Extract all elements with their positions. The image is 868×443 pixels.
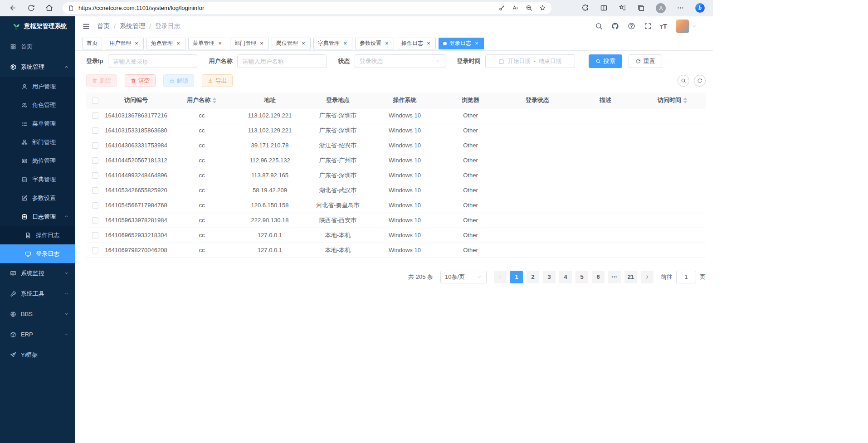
table-row[interactable]: 1641044520567181312 cc 112.96.225.132 广东… — [86, 153, 706, 168]
tab[interactable]: 用户管理 × — [105, 38, 144, 49]
column-header[interactable]: 访问时间 — [639, 92, 706, 108]
fullscreen-icon[interactable] — [644, 22, 652, 30]
tab[interactable]: 登录日志 × — [439, 38, 484, 49]
page-button[interactable]: 3 — [543, 271, 556, 283]
page-button[interactable]: 21 — [624, 271, 637, 283]
row-checkbox[interactable] — [92, 172, 98, 179]
search-button[interactable]: 搜索 — [589, 54, 622, 68]
clear-button[interactable]: 清空 — [125, 74, 156, 87]
collections-icon[interactable] — [637, 4, 645, 12]
page-button[interactable]: 1 — [510, 271, 523, 283]
font-size-icon[interactable]: TT — [660, 22, 667, 30]
tab-close-icon[interactable]: × — [134, 40, 139, 46]
sidebar-item[interactable]: ERP — [0, 324, 75, 345]
sidebar-item[interactable]: 操作日志 — [0, 226, 75, 244]
settings-menu-icon[interactable] — [677, 4, 684, 12]
row-checkbox[interactable] — [92, 247, 98, 253]
tab[interactable]: 部门管理 × — [230, 38, 269, 49]
page-jump-input[interactable] — [676, 271, 696, 283]
row-checkbox[interactable] — [92, 142, 98, 149]
tab[interactable]: 菜单管理 × — [188, 38, 227, 49]
tab-close-icon[interactable]: × — [384, 40, 390, 46]
tab[interactable]: 操作日志 × — [397, 38, 436, 49]
split-screen-icon[interactable] — [600, 4, 608, 12]
sidebar-item[interactable]: 部门管理 — [0, 133, 75, 151]
status-select[interactable]: 登录状态 — [355, 54, 445, 68]
column-header[interactable]: 用户名称 — [168, 92, 236, 108]
tab-close-icon[interactable]: × — [426, 40, 431, 46]
table-row[interactable]: 1641054566717984768 cc 120.6.150.158 河北省… — [86, 198, 706, 213]
sidebar-item[interactable]: Yi框架 — [0, 345, 75, 365]
delete-button[interactable]: 删除 — [86, 74, 117, 87]
favorites-bar-icon[interactable] — [619, 4, 626, 12]
address-bar[interactable]: https://ccnetcore.com:1101/system/log/lo… — [63, 2, 551, 14]
sidebar-item[interactable]: 字典管理 — [0, 170, 75, 189]
row-checkbox[interactable] — [92, 157, 98, 164]
page-button[interactable]: 6 — [592, 271, 605, 283]
help-icon[interactable] — [628, 22, 635, 30]
sidebar-item[interactable]: 系统监控 — [0, 263, 75, 283]
sidebar-item[interactable]: 岗位管理 — [0, 151, 75, 170]
page-button[interactable]: 2 — [527, 271, 539, 283]
breadcrumb-system[interactable]: 系统管理 — [120, 22, 145, 30]
sidebar-item[interactable]: 系统管理 — [0, 57, 75, 77]
password-key-icon[interactable] — [498, 5, 505, 11]
sidebar-item[interactable]: 系统工具 — [0, 283, 75, 304]
select-all-checkbox[interactable] — [92, 97, 98, 104]
table-row[interactable]: 1641069652933218304 cc 127.0.0.1 本地-本机 W… — [86, 228, 706, 243]
tab-close-icon[interactable]: × — [342, 40, 348, 46]
page-size-select[interactable]: 10条/页 — [440, 271, 487, 283]
home-button[interactable] — [40, 1, 58, 15]
page-button[interactable]: 4 — [559, 271, 572, 283]
table-row[interactable]: 1641059633978281984 cc 222.90.130.18 陕西省… — [86, 213, 706, 228]
row-checkbox[interactable] — [92, 232, 98, 239]
sidebar-item[interactable]: BBS — [0, 304, 75, 324]
sidebar-toggle-icon[interactable] — [82, 22, 90, 30]
toggle-search-button[interactable] — [678, 75, 689, 87]
export-button[interactable]: 导出 — [202, 74, 233, 87]
tab[interactable]: 字典管理 × — [313, 38, 352, 49]
sidebar-item[interactable]: 日志管理 — [0, 207, 75, 226]
reset-button[interactable]: 重置 — [629, 54, 662, 68]
tab-close-icon[interactable]: × — [474, 40, 479, 46]
browser-profile-icon[interactable] — [656, 3, 666, 13]
row-checkbox[interactable] — [92, 217, 98, 224]
favorites-icon[interactable] — [539, 5, 546, 11]
sidebar-item[interactable]: 参数设置 — [0, 189, 75, 207]
next-page-button[interactable] — [641, 271, 653, 283]
user-menu[interactable] — [676, 19, 697, 33]
tab-close-icon[interactable]: × — [259, 40, 264, 46]
page-button[interactable]: ••• — [608, 271, 621, 283]
tab[interactable]: 岗位管理 × — [272, 38, 311, 49]
table-row[interactable]: 1641043063331753984 cc 39.171.210.78 浙江省… — [86, 138, 706, 153]
breadcrumb-home[interactable]: 首页 — [97, 22, 110, 30]
back-button[interactable] — [4, 1, 22, 15]
tab-close-icon[interactable]: × — [301, 40, 306, 46]
table-row[interactable]: 1641031367863177216 cc 113.102.129.221 广… — [86, 108, 706, 123]
table-row[interactable]: 1641031533185863680 cc 113.102.129.221 广… — [86, 123, 706, 138]
zoom-out-icon[interactable] — [526, 5, 532, 11]
tab[interactable]: 参数设置 × — [355, 38, 394, 49]
sidebar-item[interactable]: 首页 — [0, 36, 75, 57]
search-icon[interactable] — [595, 22, 603, 30]
sidebar-item[interactable]: 菜单管理 — [0, 114, 75, 133]
refresh-table-button[interactable] — [694, 75, 706, 87]
tab[interactable]: 首页 × — [82, 38, 102, 49]
login-ip-input[interactable] — [108, 54, 197, 68]
prev-page-button[interactable] — [494, 271, 507, 283]
refresh-button[interactable] — [22, 1, 40, 15]
unlock-button[interactable]: 解锁 — [163, 74, 194, 87]
extensions-icon[interactable] — [581, 4, 589, 12]
sort-caret-icon[interactable] — [212, 97, 217, 104]
sidebar-item[interactable]: 角色管理 — [0, 96, 75, 114]
table-row[interactable]: 1641069798270046208 cc 127.0.0.1 本地-本机 W… — [86, 243, 706, 258]
bing-icon[interactable]: b — [695, 3, 705, 13]
read-aloud-icon[interactable] — [512, 5, 519, 11]
tab[interactable]: 角色管理 × — [146, 38, 185, 49]
tab-close-icon[interactable]: × — [176, 40, 181, 46]
row-checkbox[interactable] — [92, 202, 98, 209]
sort-caret-icon[interactable] — [683, 97, 688, 104]
sidebar-item[interactable]: 用户管理 — [0, 77, 75, 96]
row-checkbox[interactable] — [92, 127, 98, 134]
tab-close-icon[interactable]: × — [217, 40, 223, 46]
